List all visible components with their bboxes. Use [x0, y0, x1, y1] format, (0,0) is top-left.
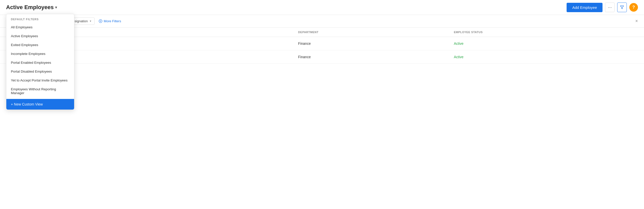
more-filters-icon — [99, 19, 102, 23]
page-title[interactable]: Active Employees ▾ — [6, 4, 57, 11]
dropdown-menu: DEFAULT FILTERS All Employees Active Emp… — [6, 14, 74, 64]
help-icon: ? — [632, 5, 635, 10]
header-actions: Add Employee ⋯ ? — [567, 3, 638, 12]
cell-department: Finance — [292, 37, 448, 50]
dropdown-item-all-employees-label: All Employees — [11, 25, 33, 29]
employees-table: WORK EMAIL DEPARTMENT EMPLOYEE STATUS ra… — [0, 28, 644, 64]
dropdown-item-portal-enabled-employees-label: Portal Enabled Employees — [11, 61, 51, 64]
cell-employee-status: Active — [448, 50, 644, 64]
dropdown-item-all-employees[interactable]: All Employees — [6, 23, 74, 32]
help-button[interactable]: ? — [629, 3, 638, 12]
cell-employee-status: Active — [448, 37, 644, 50]
filter-close-button[interactable]: × — [635, 18, 638, 24]
more-options-button[interactable]: ⋯ — [605, 3, 615, 12]
dropdown-item-active-employees-label: Active Employees — [11, 34, 38, 38]
page-header: Active Employees ▾ Add Employee ⋯ ? — [0, 0, 644, 15]
table-row: ramthakurl@zylker.com Finance Active — [0, 37, 644, 50]
more-filters-button[interactable]: More Filters — [99, 19, 121, 23]
dropdown-item-incomplete-employees[interactable]: Incomplete Employees — [6, 49, 74, 58]
dropdown-item-incomplete-employees-label: Incomplete Employees — [11, 52, 46, 56]
table-row: vanamali.krishnan@zylker.com Finance Act… — [0, 50, 644, 64]
more-options-icon: ⋯ — [608, 5, 612, 10]
table-header-row: WORK EMAIL DEPARTMENT EMPLOYEE STATUS — [0, 28, 644, 37]
filter-bar: Select Department ▾ Select Designation ▾… — [0, 15, 644, 28]
add-employee-button[interactable]: Add Employee — [567, 3, 603, 12]
more-filters-label: More Filters — [104, 19, 121, 23]
title-text: Active Employees — [6, 4, 54, 11]
dropdown-section-label: DEFAULT FILTERS — [6, 14, 74, 23]
designation-caret-icon: ▾ — [90, 19, 91, 23]
employees-table-container: WORK EMAIL DEPARTMENT EMPLOYEE STATUS ra… — [0, 28, 644, 64]
dropdown-item-exited-employees-label: Exited Employees — [11, 43, 38, 47]
dropdown-item-exited-employees[interactable]: Exited Employees — [6, 40, 74, 49]
col-header-employee-status: EMPLOYEE STATUS — [448, 28, 644, 37]
col-header-department: DEPARTMENT — [292, 28, 448, 37]
dropdown-item-active-employees[interactable]: Active Employees — [6, 32, 74, 40]
dropdown-item-portal-enabled-employees[interactable]: Portal Enabled Employees — [6, 58, 74, 64]
cell-department: Finance — [292, 50, 448, 64]
title-chevron-icon: ▾ — [55, 5, 57, 9]
filter-button[interactable] — [617, 3, 627, 12]
filter-icon — [620, 5, 624, 9]
svg-marker-0 — [620, 6, 624, 9]
